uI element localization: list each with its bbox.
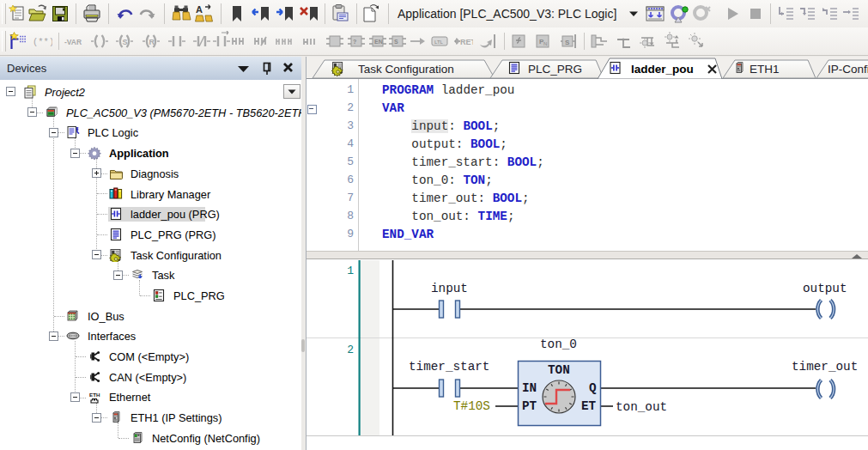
- svg-text:PLC_PRG: PLC_PRG: [528, 63, 582, 76]
- svg-text:N: N: [543, 41, 547, 46]
- svg-text:IP-Confi: IP-Confi: [828, 63, 868, 76]
- svg-text:S: S: [394, 39, 398, 45]
- svg-text:R: R: [149, 38, 155, 46]
- svg-text:ladder_pou: ladder_pou: [631, 63, 694, 76]
- svg-text:A: A: [196, 4, 203, 15]
- svg-text:RET: RET: [460, 38, 473, 46]
- svg-text:S: S: [123, 38, 128, 46]
- svg-text:ETH1: ETH1: [750, 63, 780, 76]
- svg-text:Task Configuration: Task Configuration: [358, 63, 454, 76]
- svg-text:?: ?: [353, 39, 356, 45]
- svg-text:(**): (**): [33, 37, 52, 47]
- svg-text:S: S: [565, 39, 570, 46]
- svg-text:-VAR: -VAR: [64, 38, 82, 46]
- svg-text:EN: EN: [374, 39, 383, 45]
- svg-text:LTL: LTL: [434, 40, 444, 45]
